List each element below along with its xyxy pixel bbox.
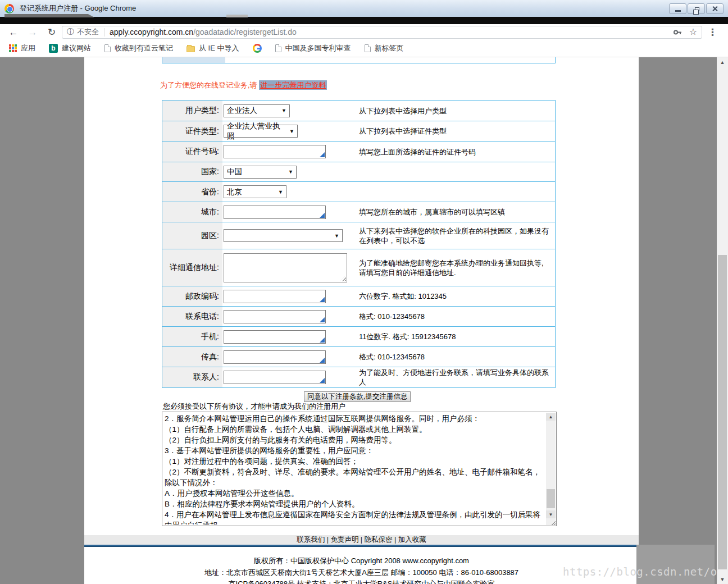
info-icon[interactable]: ⓘ [67, 27, 74, 37]
city-label: 城市: [162, 202, 222, 222]
bing-icon: b [49, 44, 58, 53]
phone-input[interactable] [224, 310, 326, 323]
resize-grip-icon[interactable] [340, 276, 346, 281]
resize-grip-icon [320, 213, 325, 218]
form-row-cert-no: 证件号码:填写您上面所选择的证件的证件号码 [162, 141, 555, 162]
footer-links[interactable]: 联系我们 | 免责声明 | 隐私保密 | 加入收藏 [84, 535, 639, 545]
omnibox-divider [104, 28, 104, 36]
bookmark-label: 建议网站 [62, 43, 91, 53]
address-label: 详细通信地址: [162, 249, 222, 286]
fax-hint: 格式: 010-12345678 [359, 352, 555, 362]
form-row-phone: 联系电话:格式: 010-12345678 [162, 306, 555, 326]
resize-grip-icon [320, 378, 325, 383]
address-textarea[interactable] [224, 253, 347, 282]
complete-profile-link[interactable]: 进一步完善用户资料 [259, 80, 327, 90]
resize-grip-icon [320, 358, 325, 363]
cert-no-input[interactable] [224, 145, 326, 158]
cert-type-select[interactable]: 企业法人营业执照▼ [224, 125, 298, 138]
fax-input[interactable] [224, 350, 326, 364]
forward-icon[interactable]: → [27, 28, 38, 37]
dropdown-caret-icon: ▼ [278, 108, 286, 113]
scrollbar-up-icon[interactable]: ▲ [717, 57, 728, 67]
address-bar[interactable]: ⓘ 不安全 apply.ccopyright.com.cn/goadatadic… [62, 26, 702, 39]
form-row-city: 城市:填写您所在的城市，属直辖市的可以填写区镇 [162, 202, 555, 222]
bookmark-label: 新标签页 [375, 43, 404, 53]
minimize-icon [675, 10, 681, 12]
browser-menu-icon[interactable]: ⋮ [708, 26, 717, 38]
contact-hint: 为了能及时、方便地进行业务联系，请填写业务具体的联系人 [359, 368, 555, 387]
country-select[interactable]: 中国▼ [224, 166, 297, 179]
bookmark-item[interactable]: 中国及多国专利审查 [275, 43, 351, 53]
footer-copyright: 版权所有：中国版权保护中心 Copyright 2008 www.ccopyri… [84, 556, 639, 566]
contact-input[interactable] [224, 371, 326, 384]
bookmark-item[interactable] [253, 44, 262, 53]
scroll-down-icon[interactable]: ▼ [546, 510, 556, 518]
cert-type-hint: 从下拉列表中选择证件类型 [359, 126, 555, 136]
park-label: 园区: [162, 222, 222, 249]
bookmark-item[interactable]: 新标签页 [365, 43, 404, 53]
mobile-input[interactable] [224, 330, 326, 344]
back-icon[interactable]: ← [8, 28, 19, 37]
resize-grip-icon [320, 152, 325, 157]
form-row-country: 国家:中国▼ [162, 162, 555, 181]
user-type-select[interactable]: 企业法人▼ [224, 104, 290, 117]
agreement-scrollbar-thumb[interactable] [547, 489, 555, 508]
user-type-label: 用户类型: [162, 101, 222, 121]
submit-registration-button[interactable]: 同意以下注册条款,提交注册信息 [304, 391, 411, 402]
bookmarks-bar: 应用b建议网站收藏到有道云笔记从 IE 中导入中国及多国专利审查新标签页 [0, 40, 728, 57]
url-text[interactable]: apply.ccopyright.com.cn/goadatadic/regis… [110, 28, 297, 36]
bookmark-item[interactable]: 应用 [9, 43, 35, 53]
browser-tab[interactable] [4, 14, 94, 17]
scroll-up-icon[interactable]: ▲ [546, 413, 556, 421]
restore-button[interactable] [688, 3, 705, 14]
tab-strip-artifact [226, 15, 248, 17]
bookmark-item[interactable]: 收藏到有道云笔记 [104, 43, 173, 53]
page-scrollbar[interactable]: ▲ ▼ [717, 57, 728, 584]
province-select[interactable]: 北京▼ [224, 185, 286, 198]
scrollbar-down-icon[interactable]: ▼ [717, 574, 728, 584]
bookmark-item[interactable]: b建议网站 [49, 43, 91, 53]
watermark-block [636, 545, 715, 584]
form-row-address: 详细通信地址:为了能准确地给您邮寄您在本系统办理的业务通知回执等,请填写您目前的… [162, 249, 555, 286]
bookmark-star-icon[interactable]: ☆ [689, 28, 697, 36]
security-label: 不安全 [77, 27, 99, 37]
user-type-hint: 从下拉列表中选择用户类型 [359, 106, 555, 116]
mobile-label: 手机: [162, 327, 222, 346]
close-button[interactable] [706, 3, 724, 14]
park-select[interactable]: ▼ [224, 229, 343, 242]
bookmark-label: 从 IE 中导入 [199, 43, 239, 53]
restore-icon [695, 7, 699, 11]
resize-grip-icon [320, 337, 325, 343]
country-label: 国家: [162, 162, 222, 181]
dropdown-caret-icon: ▼ [285, 169, 293, 175]
footer-address: 地址：北京市西城区天桥南大街1号天桥艺术大厦A座三层 邮编：100050 电话：… [84, 568, 639, 578]
browser-toolbar: ← → ↻ ⓘ 不安全 apply.ccopyright.com.cn/goad… [0, 24, 728, 40]
google-g-icon [253, 44, 262, 53]
window-title: 登记系统用户注册 - Google Chrome [20, 3, 136, 13]
minimize-button[interactable] [669, 3, 686, 14]
city-input[interactable] [224, 206, 326, 219]
form-row-user-type: 用户类型:企业法人▼从下拉列表中选择用户类型 [162, 101, 555, 121]
dropdown-caret-icon: ▼ [286, 129, 294, 134]
page-scrollbar-thumb[interactable] [718, 255, 727, 569]
password-key-icon[interactable] [673, 28, 683, 37]
postcode-input[interactable] [224, 290, 326, 303]
close-icon [712, 6, 718, 12]
bookmark-item[interactable]: 从 IE 中导入 [186, 43, 239, 53]
selected-value: 企业法人营业执照 [227, 121, 286, 142]
clipped-table-cell [162, 57, 225, 63]
page-icon [104, 44, 111, 52]
apps-grid-icon [9, 44, 17, 52]
selected-value: 中国 [227, 167, 242, 177]
dropdown-caret-icon: ▼ [275, 189, 283, 195]
agreement-text: 2．服务简介本网站管理运用自己的操作系统通过国际互联网提供网络服务。同时，用户必… [165, 413, 544, 524]
form-row-fax: 传真:格式: 010-12345678 [162, 346, 555, 367]
cert-no-label: 证件号码: [162, 142, 222, 162]
address-hint: 为了能准确地给您邮寄您在本系统办理的业务通知回执等,请填写您目前的详细通信地址. [359, 258, 555, 277]
reload-icon[interactable]: ↻ [46, 28, 57, 37]
footer-icp: 京ICP备06034788号 技术支持：北京工业大学R&S技术研究中心与中国联合… [84, 579, 639, 584]
agreement-scrollbar[interactable]: ▲ ▼ [546, 413, 556, 525]
folder-icon [186, 46, 195, 52]
postcode-label: 邮政编码: [162, 286, 222, 306]
form-row-mobile: 手机:11位数字. 格式: 15912345678 [162, 326, 555, 346]
